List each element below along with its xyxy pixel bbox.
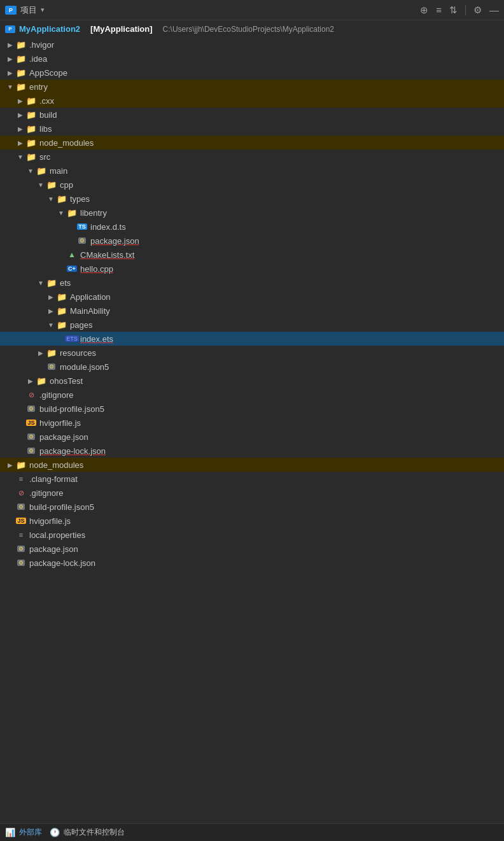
file-item[interactable]: ⚙package-lock.json bbox=[0, 444, 504, 458]
file-item[interactable]: ⊘.gitignore bbox=[0, 486, 504, 500]
folder-item[interactable]: 📁ets bbox=[0, 276, 504, 290]
file-item[interactable]: JShvigorfile.js bbox=[0, 416, 504, 430]
project-path: C:\Users\jjh\DevEcoStudioProjects\MyAppl… bbox=[163, 25, 334, 34]
file-item[interactable]: ≡local.properties bbox=[0, 528, 504, 542]
footer-external-lib-label: 外部库 bbox=[19, 827, 42, 838]
folder-item[interactable]: 📁types bbox=[0, 192, 504, 206]
folder-item[interactable]: 📁main bbox=[0, 164, 504, 178]
file-item[interactable]: ⚙package.json bbox=[0, 430, 504, 444]
json-file-icon: ⚙ bbox=[46, 362, 57, 371]
folder-item[interactable]: 📁Application bbox=[0, 290, 504, 304]
folder-icon: 📁 bbox=[36, 376, 47, 385]
tree-item-label: MainAbility bbox=[70, 306, 504, 316]
tree-arrow-collapsed[interactable] bbox=[15, 97, 25, 104]
tree-item-label: hvigorfile.js bbox=[29, 516, 504, 526]
tree-arrow-collapsed[interactable] bbox=[5, 462, 15, 469]
tree-arrow-expanded[interactable] bbox=[5, 83, 15, 90]
folder-item[interactable]: 📁src bbox=[0, 150, 504, 164]
file-item[interactable]: ⚙package-lock.json bbox=[0, 556, 504, 570]
folder-item[interactable]: 📁MainAbility bbox=[0, 304, 504, 318]
gitignore-file-icon: ⊘ bbox=[25, 390, 37, 399]
sort-icon[interactable]: ⇅ bbox=[449, 4, 458, 16]
folder-item[interactable]: 📁entry bbox=[0, 80, 504, 94]
file-item[interactable]: JShvigorfile.js bbox=[0, 514, 504, 528]
panel-title: 项目 bbox=[20, 4, 37, 16]
tree-arrow-collapsed[interactable] bbox=[25, 378, 36, 385]
tree-item-label: build-profile.json5 bbox=[39, 404, 504, 414]
tree-item-label: ohosTest bbox=[50, 376, 504, 386]
tree-arrow-collapsed[interactable] bbox=[15, 111, 25, 118]
folder-icon: 📁 bbox=[15, 82, 27, 91]
tree-item-label: package-lock.json bbox=[39, 446, 504, 456]
tree-item-label: local.properties bbox=[29, 530, 504, 540]
tree-item-label: .cxx bbox=[39, 96, 504, 106]
tree-arrow-collapsed[interactable] bbox=[5, 41, 15, 48]
tree-item-label: .gitignore bbox=[39, 390, 504, 400]
file-item[interactable]: ⚙module.json5 bbox=[0, 360, 504, 374]
minimize-icon[interactable]: — bbox=[489, 4, 499, 15]
folder-item[interactable]: 📁AppScope bbox=[0, 66, 504, 80]
folder-icon: 📁 bbox=[25, 152, 37, 161]
tree-arrow-collapsed[interactable] bbox=[15, 139, 25, 146]
folder-item[interactable]: 📁.hvigor bbox=[0, 38, 504, 52]
tree-item-label: pages bbox=[70, 320, 504, 330]
tree-arrow-collapsed[interactable] bbox=[15, 125, 25, 132]
folder-item[interactable]: 📁resources bbox=[0, 346, 504, 360]
tree-arrow-expanded[interactable] bbox=[15, 153, 25, 160]
folder-item[interactable]: 📁.idea bbox=[0, 52, 504, 66]
folder-item[interactable]: 📁node_modules bbox=[0, 136, 504, 150]
js-file-icon: JS bbox=[25, 418, 37, 427]
file-item[interactable]: ⚙build-profile.json5 bbox=[0, 500, 504, 514]
list-icon[interactable]: ≡ bbox=[436, 4, 442, 15]
folder-icon: 📁 bbox=[36, 166, 47, 175]
tree-item-label: src bbox=[39, 152, 504, 162]
tree-arrow-expanded[interactable] bbox=[36, 181, 46, 188]
file-item[interactable]: ⊘.gitignore bbox=[0, 388, 504, 402]
tree-arrow-collapsed[interactable] bbox=[5, 55, 15, 62]
file-item[interactable]: ⚙package.json bbox=[0, 234, 504, 248]
tree-item-label: build-profile.json5 bbox=[29, 502, 504, 512]
ts-file-icon: TS bbox=[76, 222, 88, 231]
tree-arrow-expanded[interactable] bbox=[46, 195, 56, 202]
folder-item[interactable]: 📁ohosTest bbox=[0, 374, 504, 388]
gitignore-file-icon: ⊘ bbox=[15, 488, 27, 497]
folder-item[interactable]: 📁node_modules bbox=[0, 458, 504, 472]
tree-arrow-collapsed[interactable] bbox=[46, 293, 56, 300]
folder-item[interactable]: 📁pages bbox=[0, 318, 504, 332]
dropdown-arrow[interactable]: ▾ bbox=[41, 6, 45, 14]
add-icon[interactable]: ⊕ bbox=[420, 4, 428, 16]
tree-item-label: cpp bbox=[60, 180, 504, 190]
folder-item[interactable]: 📁.cxx bbox=[0, 94, 504, 108]
file-item[interactable]: ⚙build-profile.json5 bbox=[0, 402, 504, 416]
tree-arrow-expanded[interactable] bbox=[25, 167, 36, 174]
project-root[interactable]: P MyApplication2 [MyApplication] C:\User… bbox=[0, 20, 504, 38]
tree-arrow-expanded[interactable] bbox=[36, 279, 46, 286]
folder-item[interactable]: 📁cpp bbox=[0, 178, 504, 192]
file-item[interactable]: ▲CMakeLists.txt bbox=[0, 248, 504, 262]
settings-icon[interactable]: ⚙ bbox=[473, 4, 482, 16]
tree-item-label: package.json bbox=[29, 544, 504, 554]
folder-item[interactable]: 📁build bbox=[0, 108, 504, 122]
tree-arrow-expanded[interactable] bbox=[46, 322, 56, 329]
footer-external-lib[interactable]: 📊 外部库 bbox=[5, 827, 42, 838]
tree-arrow-collapsed[interactable] bbox=[36, 350, 46, 357]
json-file-icon: ⚙ bbox=[25, 432, 37, 441]
folder-icon: 📁 bbox=[56, 306, 67, 315]
json-file-icon: ⚙ bbox=[15, 502, 27, 511]
tree-item-label: entry bbox=[29, 82, 504, 92]
file-item[interactable]: ⚙package.json bbox=[0, 542, 504, 556]
tree-item-label: Application bbox=[70, 292, 504, 302]
file-item[interactable]: C+hello.cpp bbox=[0, 262, 504, 276]
footer-temp-files[interactable]: 🕐 临时文件和控制台 bbox=[50, 827, 125, 838]
file-item[interactable]: ETSindex.ets bbox=[0, 332, 504, 346]
file-item[interactable]: ≡.clang-format bbox=[0, 472, 504, 486]
folder-item[interactable]: 📁libs bbox=[0, 122, 504, 136]
folder-item[interactable]: 📁libentry bbox=[0, 206, 504, 220]
tree-arrow-collapsed[interactable] bbox=[5, 69, 15, 76]
tree-arrow-expanded[interactable] bbox=[56, 209, 66, 216]
tree-item-label: ets bbox=[60, 278, 504, 288]
json-file-icon: ⚙ bbox=[25, 404, 37, 413]
tree-arrow-collapsed[interactable] bbox=[46, 307, 56, 314]
panel-container: P 项目 ▾ ⊕ ≡ ⇅ ⚙ — P MyApplication2 [MyApp… bbox=[0, 0, 504, 841]
file-item[interactable]: TSindex.d.ts bbox=[0, 220, 504, 234]
